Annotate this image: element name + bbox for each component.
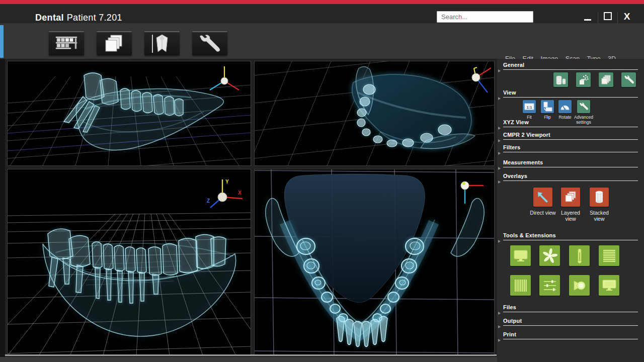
toolbar-accent-strip bbox=[0, 25, 4, 58]
section-header-tools-extensions[interactable]: Tools & Extensions bbox=[503, 232, 556, 238]
close-button[interactable]: X bbox=[620, 10, 633, 23]
section-expand-icon[interactable] bbox=[498, 167, 501, 170]
overlays-stacked-view-button[interactable] bbox=[590, 188, 609, 207]
section-expand-icon[interactable] bbox=[498, 152, 501, 155]
tools-stripes-button[interactable] bbox=[510, 275, 531, 296]
app-title: DentalPatient 7.201 bbox=[35, 13, 122, 23]
window-control-divider bbox=[617, 12, 618, 23]
view-advanced-settings-button[interactable] bbox=[577, 100, 590, 113]
application-window: DentalPatient 7.201 X 3Dental Scan 700XJ… bbox=[0, 0, 644, 362]
section-divider bbox=[503, 240, 638, 240]
section-expand-icon[interactable] bbox=[498, 97, 501, 100]
section-header-xyz-view[interactable]: XYZ View bbox=[503, 119, 529, 125]
sliders-icon bbox=[543, 279, 557, 293]
stacked-pages-icon bbox=[601, 74, 612, 85]
axis-y-label: Y bbox=[225, 179, 229, 185]
tools-display-button[interactable] bbox=[599, 275, 619, 296]
flip-icon bbox=[542, 102, 552, 112]
left-gutter bbox=[0, 59, 5, 357]
overlays-layered-view-button[interactable] bbox=[561, 188, 580, 207]
section-header-output[interactable]: Output bbox=[503, 318, 522, 324]
thermometer-icon bbox=[576, 248, 583, 263]
viewport-3d-top-right[interactable] bbox=[254, 61, 495, 166]
minimize-button[interactable] bbox=[581, 10, 594, 23]
fit-icon: 1:1 bbox=[524, 103, 534, 111]
bottom-bar bbox=[0, 357, 497, 362]
section-header-files[interactable]: Files bbox=[503, 304, 516, 310]
wrench-icon bbox=[197, 35, 223, 53]
list-lines-icon bbox=[602, 249, 616, 263]
axis-z-label: Z bbox=[207, 198, 210, 204]
axis-gizmo: Y X Z bbox=[207, 179, 243, 208]
view-fit-button[interactable]: 1:1 bbox=[523, 100, 536, 113]
toolbar-wrench-button[interactable] bbox=[192, 31, 227, 55]
viewport-3d-bottom-right[interactable] bbox=[254, 169, 495, 356]
tools-monitor-button[interactable] bbox=[510, 245, 531, 266]
general-pages-button[interactable] bbox=[599, 72, 613, 87]
stacked-pages-icon bbox=[103, 34, 126, 53]
title-bar: DentalPatient 7.201 X bbox=[0, 4, 644, 23]
section-expand-icon[interactable] bbox=[498, 339, 501, 342]
section-divider bbox=[503, 152, 638, 152]
section-expand-icon[interactable] bbox=[498, 69, 501, 72]
teeth-chart-icon bbox=[54, 35, 78, 52]
section-divider bbox=[503, 127, 638, 127]
minimize-icon bbox=[584, 19, 591, 21]
section-expand-icon[interactable] bbox=[498, 139, 501, 142]
search-input[interactable] bbox=[437, 11, 533, 23]
section-expand-icon[interactable] bbox=[498, 325, 501, 328]
section-expand-icon[interactable] bbox=[498, 127, 501, 130]
tools-projector-button[interactable] bbox=[569, 275, 590, 296]
general-settings-button[interactable] bbox=[621, 72, 636, 87]
viewport-bottom-edge bbox=[5, 354, 497, 356]
axis-gizmo bbox=[210, 66, 239, 90]
wrench-icon bbox=[578, 103, 589, 111]
section-expand-icon[interactable] bbox=[498, 312, 501, 315]
tools-thermometer-button[interactable] bbox=[569, 245, 590, 266]
view-advanced-settings-label: Advanced settings bbox=[570, 115, 598, 125]
axis-x-label: X bbox=[238, 190, 242, 196]
toolbar-teeth-chart-button[interactable] bbox=[49, 31, 84, 55]
section-header-overlays[interactable]: Overlays bbox=[503, 173, 527, 179]
wrench-icon bbox=[623, 75, 635, 84]
overlays-layered-view-label: Layered view bbox=[556, 210, 585, 222]
window-control-divider bbox=[598, 12, 598, 23]
toolbar-pages-button[interactable] bbox=[97, 31, 132, 55]
section-header-print[interactable]: Print bbox=[503, 331, 516, 337]
section-expand-icon[interactable] bbox=[498, 240, 501, 243]
view-flip-button[interactable] bbox=[541, 100, 554, 113]
section-header-cmpr-2-viewport[interactable]: CMPR 2 Viewport bbox=[503, 132, 550, 138]
section-header-view[interactable]: View bbox=[503, 89, 516, 96]
spray-particles-icon bbox=[578, 74, 589, 85]
fit-badge-text: 1:1 bbox=[527, 105, 532, 110]
tools-list-button[interactable] bbox=[599, 245, 619, 266]
section-divider bbox=[503, 167, 638, 167]
layered-pages-icon bbox=[564, 190, 578, 204]
section-divider bbox=[503, 69, 638, 70]
general-spray-button[interactable] bbox=[576, 72, 591, 87]
section-divider bbox=[503, 180, 638, 181]
toolbar-folded-model-button[interactable] bbox=[144, 31, 180, 55]
folded-model-icon bbox=[151, 34, 173, 54]
tools-sliders-button[interactable] bbox=[539, 275, 560, 296]
viewport-3d-top-left[interactable] bbox=[7, 61, 251, 166]
section-expand-icon[interactable] bbox=[498, 180, 501, 184]
general-cylinders-button[interactable] bbox=[553, 72, 568, 87]
section-divider bbox=[503, 139, 638, 140]
view-rotate-button[interactable] bbox=[558, 100, 572, 113]
brand-accent-strip bbox=[0, 0, 644, 4]
tools-fan-button[interactable] bbox=[539, 245, 560, 266]
fan-icon bbox=[542, 248, 557, 263]
section-divider bbox=[503, 325, 638, 326]
section-header-general[interactable]: General bbox=[503, 62, 524, 68]
section-header-measurements[interactable]: Measurements bbox=[503, 159, 543, 165]
monitor-icon bbox=[602, 279, 617, 292]
maximize-button[interactable] bbox=[601, 10, 614, 23]
overlays-direct-view-button[interactable] bbox=[533, 188, 552, 207]
section-divider bbox=[503, 339, 638, 339]
viewport-3d-bottom-left[interactable]: Y X Z bbox=[7, 169, 251, 356]
cylinder-icon bbox=[593, 190, 605, 204]
section-header-filters[interactable]: Filters bbox=[503, 144, 520, 150]
axis-gizmo bbox=[472, 67, 491, 93]
projector-icon bbox=[573, 279, 587, 292]
